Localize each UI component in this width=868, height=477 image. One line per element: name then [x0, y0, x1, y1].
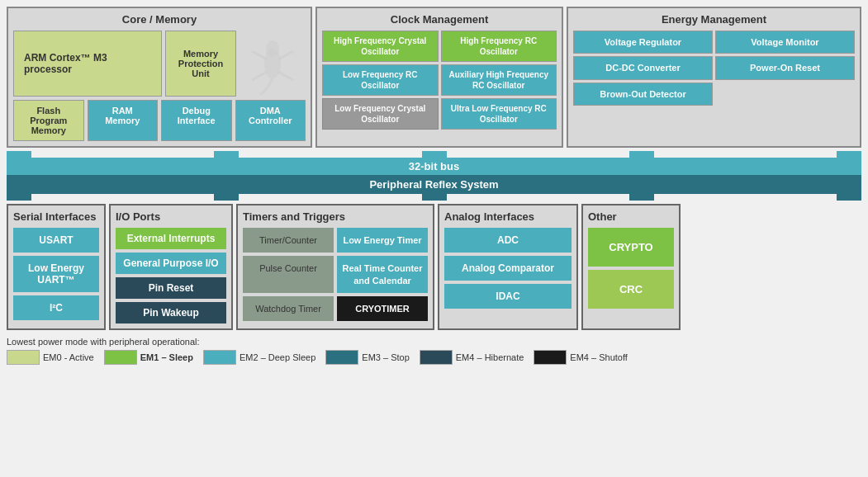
bottom-spacer-4 [654, 194, 837, 201]
legend-em4-shutoff: EM4 – Shutoff [534, 350, 628, 365]
crc-box: CRC [588, 270, 674, 309]
rtcc-box: Real Time Counter and Calendar [337, 256, 428, 293]
top-section: Core / Memory ARM Cortex™ M3 processor M… [7, 7, 861, 148]
lf-rc-box: Low Frequency RC Oscillator [322, 64, 439, 96]
svg-line-5 [278, 72, 293, 80]
legend-em1: EM1 – Sleep [104, 350, 193, 365]
core-bottom-row: Flash Program Memory RAM Memory Debug In… [13, 100, 306, 141]
core-memory-title: Core / Memory [13, 13, 306, 26]
voltage-reg-box: Voltage Regulator [573, 31, 713, 54]
em2-label: EM2 – Deep Sleep [240, 352, 315, 362]
gecko-icon [240, 31, 306, 97]
bottom-spacer-1 [31, 194, 214, 201]
bottom-connector-1 [7, 194, 31, 201]
pulse-counter-box: Pulse Counter [243, 256, 334, 293]
legend: Lowest power mode with peripheral operat… [7, 337, 861, 365]
analog-items: ADC Analog Comparator IDAC [444, 228, 572, 309]
svg-point-1 [266, 40, 279, 57]
connector-1 [7, 151, 31, 158]
clock-management-title: Clock Management [322, 13, 557, 26]
em1-color [104, 350, 137, 365]
aux-hf-rc-box: Auxiliary High Frequency RC Oscillator [441, 64, 557, 96]
em1-label: EM1 – Sleep [140, 352, 193, 362]
hf-rc-box: High Frequency RC Oscillator [441, 31, 557, 62]
core-memory-inner: ARM Cortex™ M3 processor Memory Protecti… [13, 31, 306, 141]
lf-crystal-box: Low Frequency Crystal Oscillator [322, 98, 439, 130]
io-items: External Interrupts General Purpose I/O … [116, 228, 226, 324]
bottom-connector-4 [629, 194, 654, 201]
em4-hibernate-label: EM4 – Hibernate [456, 352, 524, 362]
connector-5 [837, 151, 861, 158]
em3-color [325, 350, 358, 365]
legend-items: EM0 - Active EM1 – Sleep EM2 – Deep Slee… [7, 350, 861, 365]
bottom-section: Serial Interfaces USART Low Energy UART™… [7, 204, 861, 330]
ram-box: RAM Memory [88, 100, 159, 141]
flash-box: Flash Program Memory [13, 100, 84, 141]
svg-line-4 [252, 72, 267, 80]
32bit-bus: 32-bit bus [7, 158, 861, 175]
bottom-spacer-3 [447, 194, 629, 201]
gecko-svg [244, 31, 301, 97]
ext-interrupts-box: External Interrupts [116, 228, 226, 249]
em0-color [7, 350, 40, 365]
low-energy-uart-text: Low Energy UART™ [28, 262, 84, 286]
crypto-box: CRYPTO [588, 228, 674, 267]
timers-section: Timers and Triggers Timer/Counter Low En… [236, 204, 434, 330]
main-wrapper: Core / Memory ARM Cortex™ M3 processor M… [7, 7, 861, 365]
energy-management-section: Energy Management Voltage Regulator Volt… [567, 7, 861, 148]
bottom-connector-5 [837, 194, 861, 201]
connector-2 [214, 151, 239, 158]
spacer-4 [654, 151, 837, 158]
other-title: Other [588, 210, 674, 223]
legend-em2: EM2 – Deep Sleep [203, 350, 315, 365]
svg-line-2 [252, 51, 267, 59]
serial-title: Serial Interfaces [13, 210, 99, 223]
io-ports-section: I/O Ports External Interrupts General Pu… [109, 204, 233, 330]
legend-em3: EM3 – Stop [325, 350, 409, 365]
usart-box: USART [13, 228, 99, 253]
hf-crystal-box: High Frequency Crystal Oscillator [322, 31, 439, 62]
clock-management-section: Clock Management High Frequency Crystal … [315, 7, 563, 148]
serial-items: USART Low Energy UART™ I²C [13, 228, 99, 320]
cryotimer-box: CRYOTIMER [337, 296, 428, 321]
adc-box: ADC [444, 228, 572, 253]
timers-title: Timers and Triggers [243, 210, 428, 223]
spacer-1 [31, 151, 214, 158]
arm-processor-box: ARM Cortex™ M3 processor [13, 31, 162, 97]
timer-counter-box: Timer/Counter [243, 228, 334, 253]
timers-grid: Timer/Counter Low Energy Timer Pulse Cou… [243, 228, 428, 321]
pin-reset-box: Pin Reset [116, 277, 226, 299]
legend-em4-hibernate: EM4 – Hibernate [420, 350, 524, 365]
comparator-box: Analog Comparator [444, 256, 572, 281]
spacer-3 [447, 151, 629, 158]
svg-line-3 [278, 51, 293, 59]
clock-grid: High Frequency Crystal Oscillator High F… [322, 31, 557, 130]
top-connectors [7, 151, 861, 158]
i2c-box: I²C [13, 295, 99, 320]
bottom-spacer-2 [239, 194, 421, 201]
voltage-mon-box: Voltage Monitor [715, 31, 855, 54]
other-section: Other CRYPTO CRC [581, 204, 681, 330]
connector-3 [422, 151, 447, 158]
bus-area: 32-bit bus Peripheral Reflex System [7, 151, 861, 201]
dma-box: DMA Controller [235, 100, 306, 141]
em0-label: EM0 - Active [43, 352, 94, 362]
debug-box: Debug Interface [161, 100, 232, 141]
serial-interfaces-section: Serial Interfaces USART Low Energy UART™… [7, 204, 106, 330]
dcdc-box: DC-DC Converter [573, 56, 713, 79]
em4-shutoff-label: EM4 – Shutoff [570, 352, 628, 362]
ulf-rc-box: Ultra Low Frequency RC Oscillator [441, 98, 557, 130]
io-title: I/O Ports [116, 210, 226, 223]
analog-section: Analog Interfaces ADC Analog Comparator … [438, 204, 578, 330]
bottom-connectors [7, 194, 861, 201]
power-on-box: Power-On Reset [715, 56, 855, 79]
em2-color [203, 350, 236, 365]
bottom-connector-3 [422, 194, 447, 201]
bottom-connector-2 [214, 194, 239, 201]
core-memory-section: Core / Memory ARM Cortex™ M3 processor M… [7, 7, 312, 148]
analog-title: Analog Interfaces [444, 210, 572, 223]
em4-hibernate-color [420, 350, 453, 365]
idac-box: IDAC [444, 284, 572, 309]
low-energy-timer-box: Low Energy Timer [337, 228, 428, 253]
general-purpose-box: General Purpose I/O [116, 253, 226, 274]
